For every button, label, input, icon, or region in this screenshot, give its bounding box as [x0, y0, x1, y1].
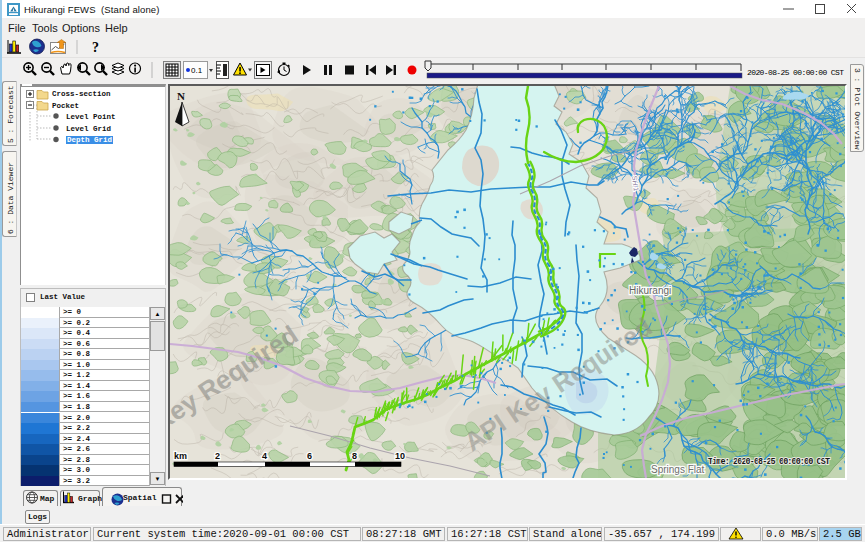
svg-text:N: N — [177, 90, 185, 102]
svg-text:Springs Flat: Springs Flat — [651, 464, 705, 475]
svg-text:8: 8 — [352, 451, 357, 461]
svg-text:km: km — [174, 451, 187, 461]
svg-text:Time: 2020-08-25 00:00:00 CST: Time: 2020-08-25 00:00:00 CST — [708, 457, 830, 467]
svg-text:6: 6 — [307, 451, 312, 461]
svg-text:2: 2 — [215, 451, 220, 461]
svg-text:10: 10 — [395, 451, 405, 461]
svg-text:4: 4 — [262, 451, 267, 461]
svg-text:0.1: 0.1 — [191, 66, 203, 75]
svg-text:?: ? — [92, 40, 99, 55]
svg-text:Hikurangi: Hikurangi — [629, 285, 671, 296]
svg-text:2020-08-25 00:00:00 CST: 2020-08-25 00:00:00 CST — [747, 68, 844, 77]
